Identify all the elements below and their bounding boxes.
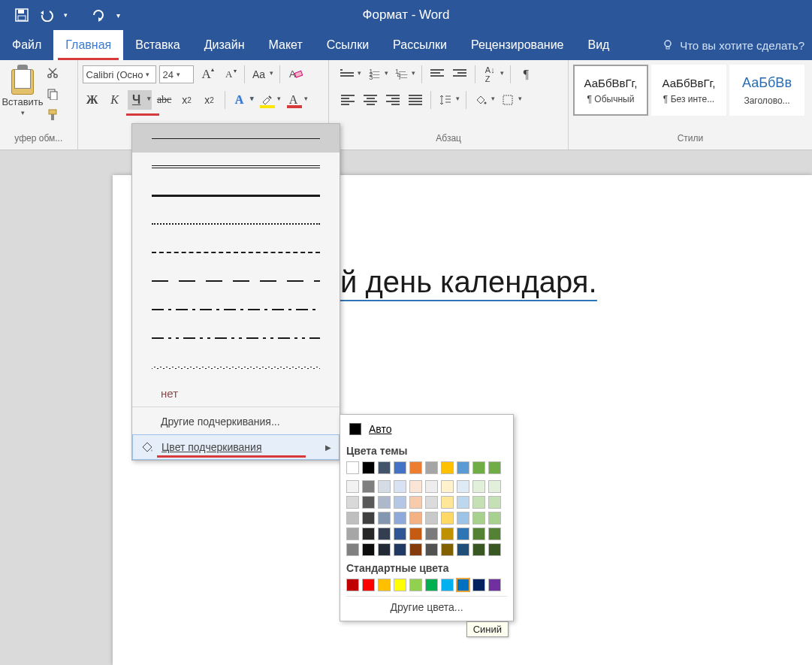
color-swatch[interactable] xyxy=(394,527,406,540)
format-painter-button[interactable] xyxy=(44,107,62,123)
redo-button[interactable] xyxy=(86,0,111,30)
underline-style-single[interactable] xyxy=(132,124,340,153)
color-swatch[interactable] xyxy=(441,543,454,556)
sort-button[interactable]: A↓Z xyxy=(481,65,505,84)
paste-button[interactable]: Вставить ▾ xyxy=(5,65,41,116)
color-swatch[interactable] xyxy=(472,480,485,493)
color-swatch[interactable] xyxy=(488,527,501,540)
color-swatch[interactable] xyxy=(457,461,469,474)
change-case-button[interactable]: Aa xyxy=(250,65,274,84)
clear-formatting-button[interactable]: A xyxy=(285,65,305,84)
color-swatch[interactable] xyxy=(409,579,422,591)
style-normal[interactable]: АаБбВвГг, ¶ Обычный xyxy=(573,65,648,116)
color-swatch[interactable] xyxy=(457,543,469,556)
color-swatch[interactable] xyxy=(488,461,501,474)
color-swatch[interactable] xyxy=(441,579,454,591)
color-swatch[interactable] xyxy=(441,496,454,509)
color-swatch[interactable] xyxy=(394,461,406,474)
color-swatch[interactable] xyxy=(488,496,501,509)
italic-button[interactable]: К xyxy=(105,90,125,110)
tab-design[interactable]: Дизайн xyxy=(192,30,257,60)
underline-button[interactable]: Ч xyxy=(128,90,152,110)
underline-style-dashdotdot[interactable] xyxy=(132,324,340,352)
color-swatch[interactable] xyxy=(425,527,438,540)
cut-button[interactable] xyxy=(44,65,62,81)
color-swatch[interactable] xyxy=(394,512,406,524)
text-effects-button[interactable]: A xyxy=(231,90,255,110)
color-swatch[interactable] xyxy=(409,496,422,509)
undo-button[interactable] xyxy=(35,0,60,30)
underline-style-dotted[interactable] xyxy=(132,210,340,238)
color-swatch[interactable] xyxy=(362,512,375,524)
color-swatch[interactable] xyxy=(425,461,438,474)
color-swatch[interactable] xyxy=(488,543,501,556)
color-swatch[interactable] xyxy=(425,579,438,591)
underline-style-dashdot[interactable] xyxy=(132,295,340,324)
color-swatch[interactable] xyxy=(425,543,438,556)
color-swatch[interactable] xyxy=(394,480,406,493)
show-marks-button[interactable]: ¶ xyxy=(516,65,536,84)
undo-dropdown[interactable]: ▾ xyxy=(60,0,71,30)
color-swatch[interactable] xyxy=(441,480,454,493)
font-size-combo[interactable]: 24▾ xyxy=(159,65,194,83)
color-swatch[interactable] xyxy=(409,527,422,540)
color-swatch[interactable] xyxy=(472,512,485,524)
highlight-color-button[interactable] xyxy=(258,90,282,110)
color-swatch[interactable] xyxy=(378,480,391,493)
color-swatch[interactable] xyxy=(409,543,422,556)
qat-customize[interactable]: ▾ xyxy=(111,0,125,30)
shrink-font-button[interactable]: A▾ xyxy=(219,65,239,84)
color-swatch[interactable] xyxy=(394,496,406,509)
underline-style-wave[interactable] xyxy=(132,352,340,381)
color-swatch[interactable] xyxy=(346,579,359,591)
color-swatch[interactable] xyxy=(362,461,375,474)
multilevel-list-button[interactable]: 1— a— i— xyxy=(392,65,416,84)
color-swatch[interactable] xyxy=(346,461,359,474)
color-swatch[interactable] xyxy=(457,480,469,493)
color-swatch[interactable] xyxy=(378,579,391,591)
underline-style-none[interactable]: нет xyxy=(132,381,340,405)
color-swatch[interactable] xyxy=(409,461,422,474)
color-swatch[interactable] xyxy=(488,512,501,524)
color-swatch[interactable] xyxy=(362,543,375,556)
color-swatch[interactable] xyxy=(472,461,485,474)
underline-style-thick[interactable] xyxy=(132,181,340,210)
more-underlines-item[interactable]: Другие подчеркивания... xyxy=(132,409,340,434)
color-swatch[interactable] xyxy=(362,480,375,493)
color-swatch[interactable] xyxy=(457,579,469,591)
superscript-button[interactable]: x2 xyxy=(200,90,219,110)
color-swatch[interactable] xyxy=(378,527,391,540)
color-swatch[interactable] xyxy=(472,543,485,556)
color-swatch[interactable] xyxy=(409,512,422,524)
color-swatch[interactable] xyxy=(488,579,501,591)
tab-layout[interactable]: Макет xyxy=(257,30,315,60)
color-swatch[interactable] xyxy=(346,527,359,540)
color-swatch[interactable] xyxy=(457,512,469,524)
color-swatch[interactable] xyxy=(394,579,406,591)
align-left-button[interactable] xyxy=(338,90,358,110)
strikethrough-button[interactable]: abc xyxy=(155,90,174,110)
tab-file[interactable]: Файл xyxy=(0,30,53,60)
color-swatch[interactable] xyxy=(394,543,406,556)
color-swatch[interactable] xyxy=(378,461,391,474)
tab-insert[interactable]: Вставка xyxy=(123,30,192,60)
font-color-button[interactable]: A xyxy=(285,90,309,110)
color-swatch[interactable] xyxy=(378,543,391,556)
style-heading1[interactable]: АаБбВв Заголово... xyxy=(729,65,804,116)
color-swatch[interactable] xyxy=(441,527,454,540)
color-swatch[interactable] xyxy=(346,543,359,556)
color-swatch[interactable] xyxy=(441,461,454,474)
line-spacing-button[interactable] xyxy=(436,90,460,110)
underline-color-item[interactable]: Цвет подчеркивания ▶ xyxy=(132,434,340,460)
color-swatch[interactable] xyxy=(472,579,485,591)
save-button[interactable] xyxy=(9,0,35,30)
font-name-combo[interactable]: Calibri (Осно▾ xyxy=(83,65,156,83)
borders-button[interactable] xyxy=(499,90,523,110)
align-right-button[interactable] xyxy=(383,90,403,110)
increase-indent-button[interactable] xyxy=(450,65,469,84)
color-auto-item[interactable]: Авто xyxy=(346,419,507,439)
color-swatch[interactable] xyxy=(378,496,391,509)
color-swatch[interactable] xyxy=(441,512,454,524)
style-no-spacing[interactable]: АаБбВвГг, ¶ Без инте... xyxy=(651,65,726,116)
color-swatch[interactable] xyxy=(346,480,359,493)
